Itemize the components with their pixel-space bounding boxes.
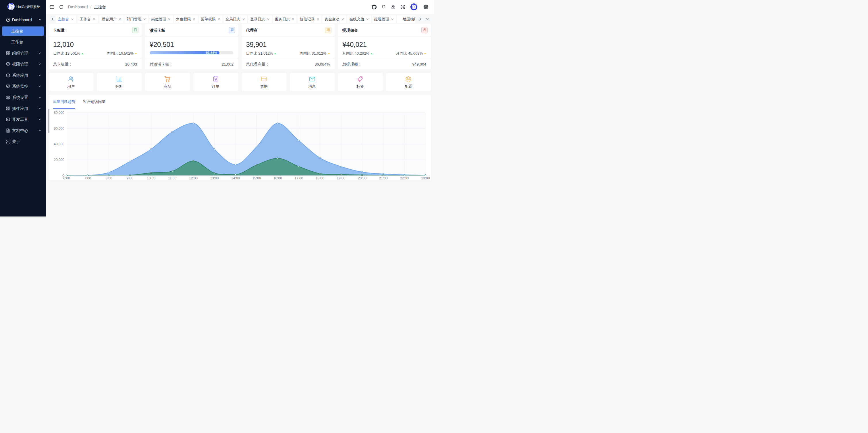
svg-text:20:00: 20:00 bbox=[358, 176, 367, 180]
svg-text:0: 0 bbox=[62, 174, 64, 178]
svg-text:80,000: 80,000 bbox=[54, 111, 64, 115]
svg-text:13:00: 13:00 bbox=[210, 176, 219, 180]
svg-text:10:00: 10:00 bbox=[147, 176, 155, 180]
svg-text:21:00: 21:00 bbox=[379, 176, 388, 180]
svg-text:17:00: 17:00 bbox=[294, 176, 303, 180]
svg-text:20,000: 20,000 bbox=[54, 158, 64, 162]
svg-text:16:00: 16:00 bbox=[273, 176, 282, 180]
svg-text:18:00: 18:00 bbox=[316, 176, 324, 180]
svg-text:23:00: 23:00 bbox=[421, 176, 430, 180]
svg-text:22:00: 22:00 bbox=[400, 176, 409, 180]
svg-text:9:00: 9:00 bbox=[127, 176, 133, 180]
svg-text:60,000: 60,000 bbox=[54, 126, 64, 131]
svg-text:8:00: 8:00 bbox=[105, 176, 112, 180]
svg-text:12:00: 12:00 bbox=[189, 176, 197, 180]
svg-text:7:00: 7:00 bbox=[85, 176, 91, 180]
svg-text:19:00: 19:00 bbox=[337, 176, 345, 180]
svg-text:14:00: 14:00 bbox=[231, 176, 240, 180]
svg-text:11:00: 11:00 bbox=[168, 176, 176, 180]
svg-text:15:00: 15:00 bbox=[252, 176, 261, 180]
svg-text:40,000: 40,000 bbox=[54, 142, 64, 146]
